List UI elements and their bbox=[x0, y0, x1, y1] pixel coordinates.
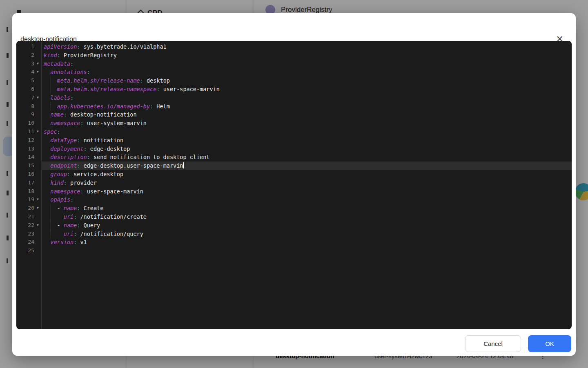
line-number: 13 bbox=[16, 145, 34, 153]
code-line[interactable]: 2kind: ProviderRegistry bbox=[16, 51, 572, 60]
code-token: uri bbox=[64, 213, 74, 220]
line-number: 8 bbox=[16, 102, 34, 111]
ok-button[interactable]: OK bbox=[528, 335, 571, 352]
code-token: metadata bbox=[44, 61, 70, 67]
code-line[interactable]: 3▼metadata: bbox=[16, 60, 572, 68]
code-token: : bbox=[84, 146, 87, 152]
code-token: endpoint bbox=[50, 162, 77, 169]
code-token: provider bbox=[67, 180, 97, 186]
code-token: namespace bbox=[50, 188, 80, 195]
code-token bbox=[44, 239, 50, 245]
code-line[interactable]: 15 endpoint: edge-desktop.user-space-mar… bbox=[16, 162, 572, 170]
line-number: 3 bbox=[16, 60, 34, 68]
code-token: edge-desktop bbox=[87, 146, 130, 152]
code-token: : bbox=[57, 128, 60, 135]
code-token bbox=[44, 111, 50, 118]
code-token: spec bbox=[44, 128, 57, 135]
code-token bbox=[44, 120, 50, 126]
code-line[interactable]: 25 bbox=[16, 247, 572, 255]
code-line[interactable]: 19▼ opApis: bbox=[16, 195, 572, 204]
fold-arrow-icon[interactable]: ▼ bbox=[34, 94, 41, 102]
line-number: 25 bbox=[16, 247, 34, 255]
code-line[interactable]: 13 deployment: edge-desktop bbox=[16, 145, 572, 153]
code-token: group bbox=[50, 171, 67, 177]
code-line[interactable]: 22▼ - name: Query bbox=[16, 221, 572, 230]
indent-guide bbox=[50, 76, 51, 85]
code-token bbox=[44, 146, 50, 152]
fold-arrow-icon[interactable]: ▼ bbox=[34, 204, 41, 213]
code-line[interactable]: 11▼spec: bbox=[16, 128, 572, 136]
code-token: : bbox=[70, 61, 74, 67]
cursor-caret bbox=[183, 162, 184, 168]
code-token: ProviderRegistry bbox=[60, 52, 117, 58]
fold-arrow-icon[interactable]: ▼ bbox=[34, 68, 41, 76]
fold-arrow-icon[interactable]: ▼ bbox=[34, 128, 41, 136]
code-line[interactable]: 7▼ labels: bbox=[16, 94, 572, 102]
code-editor[interactable]: 1apiVersion: sys.bytetrade.io/v1alpha12k… bbox=[16, 41, 572, 329]
line-number: 5 bbox=[16, 76, 34, 85]
code-line[interactable]: 12 dataType: notification bbox=[16, 136, 572, 145]
code-line[interactable]: 5 meta.helm.sh/release-name: desktop bbox=[16, 76, 572, 85]
dialog: desktop-notification ✕ 1apiVersion: sys.… bbox=[12, 13, 576, 356]
indent-guide bbox=[64, 230, 64, 238]
code-line[interactable]: 10 namespace: user-system-marvin bbox=[16, 119, 572, 128]
line-number: 20 bbox=[16, 204, 34, 213]
code-line[interactable]: 18 namespace: user-space-marvin bbox=[16, 187, 572, 196]
code-lines: 1apiVersion: sys.bytetrade.io/v1alpha12k… bbox=[16, 43, 572, 255]
code-token bbox=[44, 196, 50, 203]
code-token: send notification to desktop client bbox=[90, 154, 210, 160]
code-line[interactable]: 9 name: desktop-notification bbox=[16, 110, 572, 119]
code-token: notification bbox=[80, 137, 123, 144]
code-token: : bbox=[80, 188, 83, 195]
code-token: - bbox=[44, 222, 64, 229]
code-token: - bbox=[44, 205, 64, 211]
code-token: : bbox=[64, 180, 67, 186]
code-line[interactable]: 16 group: service.desktop bbox=[16, 170, 572, 179]
code-token: meta.helm.sh/release-name bbox=[57, 77, 140, 84]
code-line[interactable]: 21 uri: /notification/create bbox=[16, 213, 572, 221]
code-line[interactable]: 4▼ annotations: bbox=[16, 68, 572, 76]
code-token: v1 bbox=[77, 239, 87, 245]
code-line[interactable]: 20▼ - name: Create bbox=[16, 204, 572, 213]
code-token: : bbox=[57, 52, 60, 58]
code-token: : bbox=[156, 86, 160, 92]
line-number: 1 bbox=[16, 43, 34, 51]
code-line[interactable]: 17 kind: provider bbox=[16, 179, 572, 187]
code-token: name bbox=[50, 111, 64, 118]
code-line[interactable]: 8 app.kubernetes.io/managed-by: Helm bbox=[16, 102, 572, 111]
code-token: service.desktop bbox=[70, 171, 123, 177]
line-number: 7 bbox=[16, 94, 34, 102]
code-token: Create bbox=[80, 205, 103, 211]
code-token: kind bbox=[50, 180, 64, 186]
code-line[interactable]: 23 uri: /notification/query bbox=[16, 230, 572, 238]
code-token bbox=[44, 94, 50, 101]
code-token: labels bbox=[50, 94, 70, 101]
line-number: 22 bbox=[16, 221, 34, 230]
code-token bbox=[44, 69, 50, 75]
indent-guide bbox=[50, 102, 51, 111]
code-line[interactable]: 1apiVersion: sys.bytetrade.io/v1alpha1 bbox=[16, 43, 572, 51]
code-token: /notification/query bbox=[77, 231, 143, 237]
cancel-button[interactable]: Cancel bbox=[465, 335, 521, 352]
fold-arrow-icon[interactable]: ▼ bbox=[34, 221, 41, 230]
code-token: app.kubernetes.io/managed-by bbox=[57, 103, 150, 110]
line-number: 19 bbox=[16, 195, 34, 204]
code-token: : bbox=[70, 94, 74, 101]
fold-arrow-icon[interactable]: ▼ bbox=[34, 60, 41, 68]
code-token: : bbox=[150, 103, 153, 110]
code-token: : bbox=[80, 120, 83, 126]
fold-arrow-icon[interactable]: ▼ bbox=[34, 195, 41, 204]
code-token bbox=[44, 171, 50, 177]
code-token: user-system-marvin bbox=[84, 120, 147, 126]
code-token bbox=[44, 188, 50, 195]
line-number: 4 bbox=[16, 68, 34, 76]
code-token: user-space-marvin bbox=[84, 188, 143, 195]
code-token: : bbox=[87, 69, 90, 75]
line-number: 17 bbox=[16, 179, 34, 187]
code-line[interactable]: 24 version: v1 bbox=[16, 238, 572, 247]
code-line[interactable]: 6 meta.helm.sh/release-namespace: user-s… bbox=[16, 85, 572, 94]
code-token: deployment bbox=[50, 146, 83, 152]
code-token: desktop bbox=[143, 77, 170, 84]
code-token: Helm bbox=[153, 103, 170, 110]
code-line[interactable]: 14 description: send notification to des… bbox=[16, 153, 572, 162]
